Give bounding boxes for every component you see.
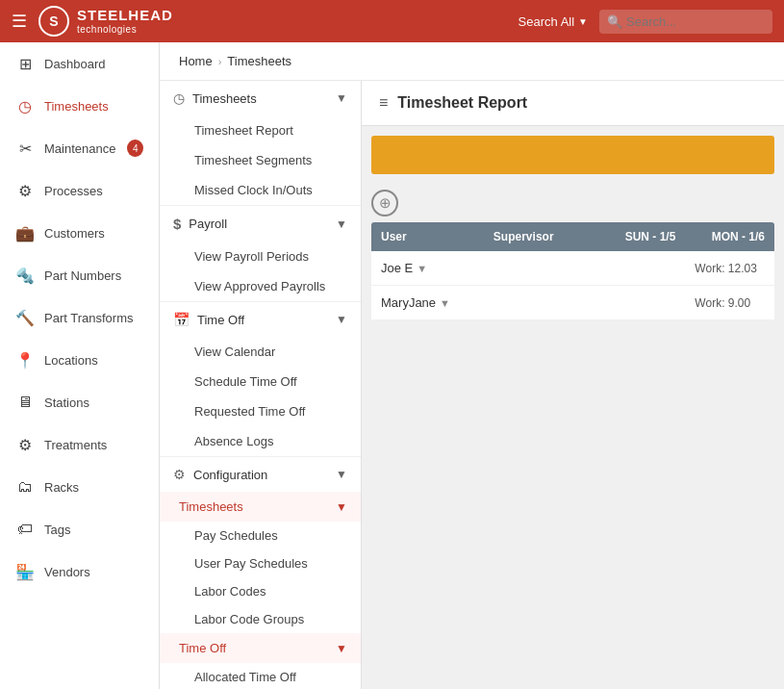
menu-item-timesheet-segments[interactable]: Timesheet Segments — [160, 145, 361, 175]
report-title: Timesheet Report — [397, 94, 527, 112]
config-item-pay-schedules[interactable]: Pay Schedules — [160, 522, 361, 549]
config-item-labor-codes[interactable]: Labor Codes — [160, 577, 361, 605]
menu-section-header-payroll[interactable]: $ Payroll ▼ — [160, 206, 361, 242]
add-row-button[interactable]: ⊕ — [371, 190, 398, 217]
report-table: User Supervisor SUN - 1/5 MON - 1/6 Joe … — [371, 222, 774, 320]
menu-item-schedule-time-off[interactable]: Schedule Time Off — [160, 367, 361, 396]
menu-item-view-calendar[interactable]: View Calendar — [160, 337, 361, 367]
locations-icon: 📍 — [15, 350, 35, 370]
config-item-labor-code-groups[interactable]: Labor Code Groups — [160, 605, 361, 633]
menu-item-absence-logs[interactable]: Absence Logs — [160, 426, 361, 456]
search-all-button[interactable]: Search All ▼ — [518, 14, 588, 29]
sidebar-item-label: Timesheets — [44, 99, 109, 114]
menu-item-missed-clock[interactable]: Missed Clock In/Outs — [160, 175, 361, 205]
menu-item-view-approved-payrolls[interactable]: View Approved Payrolls — [160, 271, 361, 301]
config-timesheets-label: Timesheets — [179, 499, 243, 514]
sidebar-item-vendors[interactable]: 🏪 Vendors — [0, 550, 159, 593]
cell-user-maryjane: MaryJane ▼ — [371, 286, 484, 319]
sidebar-item-racks[interactable]: 🗂 Racks — [0, 466, 159, 508]
logo: S STEELHEAD technologies — [38, 6, 173, 37]
sidebar-item-treatments[interactable]: ⚙ Treatments — [0, 423, 159, 466]
sidebar-item-dashboard[interactable]: ⊞ Dashboard — [0, 42, 159, 85]
report-header: ≡ Timesheet Report — [362, 81, 784, 126]
timesheets-section-icon: ◷ — [173, 90, 185, 106]
part-transforms-icon: 🔨 — [15, 308, 35, 327]
config-time-off-label: Time Off — [179, 641, 226, 655]
menu-item-timesheet-report[interactable]: Timesheet Report — [160, 115, 361, 145]
sidebar-item-label: Treatments — [44, 438, 107, 452]
menu-icon[interactable]: ☰ — [12, 11, 27, 32]
config-subsection-header-time-off[interactable]: Time Off ▼ — [160, 633, 361, 663]
sidebar-item-maintenance[interactable]: ✂ Maintenance 4 — [0, 127, 159, 169]
col-header-mon: MON - 1/6 — [685, 222, 774, 251]
search-wrapper: 🔍 — [599, 10, 772, 34]
col-header-sun: SUN - 1/5 — [596, 222, 686, 251]
payroll-section-arrow-icon: ▼ — [336, 217, 347, 231]
tags-icon: 🏷 — [15, 520, 35, 539]
sidebar-item-part-transforms[interactable]: 🔨 Part Transforms — [0, 296, 159, 339]
maintenance-badge: 4 — [127, 140, 143, 157]
sidebar-item-timesheets[interactable]: ◷ Timesheets — [0, 85, 159, 127]
right-panel: ≡ Timesheet Report ⊕ User Supervisor SUN… — [362, 81, 784, 689]
logo-text: STEELHEAD technologies — [77, 8, 173, 35]
search-input[interactable] — [599, 10, 772, 34]
row-expand-icon[interactable]: ▼ — [417, 263, 427, 274]
breadcrumb-home[interactable]: Home — [179, 54, 213, 68]
report-add-row: ⊕ — [362, 184, 784, 222]
time-off-section-label: Time Off — [197, 313, 244, 327]
sidebar-item-processes[interactable]: ⚙ Processes — [0, 169, 159, 212]
processes-icon: ⚙ — [15, 181, 35, 200]
sidebar-item-label: Maintenance — [44, 141, 115, 156]
vendors-icon: 🏪 — [15, 562, 35, 581]
menu-section-header-timesheets[interactable]: ◷ Timesheets ▼ — [160, 81, 361, 115]
config-timesheets-arrow-icon: ▼ — [336, 500, 347, 514]
menu-section-configuration: ⚙ Configuration ▼ Timesheets ▼ Pay Sched… — [160, 457, 361, 689]
menu-section-payroll: $ Payroll ▼ View Payroll Periods View Ap… — [160, 206, 361, 302]
sidebar-item-label: Processes — [44, 184, 103, 198]
breadcrumb-chevron-icon: › — [218, 56, 222, 67]
config-item-user-pay-schedules[interactable]: User Pay Schedules — [160, 549, 361, 577]
sidebar-item-tags[interactable]: 🏷 Tags — [0, 508, 159, 550]
inner-layout: ◷ Timesheets ▼ Timesheet Report Timeshee… — [160, 81, 784, 689]
breadcrumb: Home › Timesheets — [160, 42, 784, 81]
cell-sun-maryjane — [596, 293, 686, 313]
sidebar: ⊞ Dashboard ◷ Timesheets ✂ Maintenance 4… — [0, 42, 160, 689]
maintenance-icon: ✂ — [15, 139, 35, 158]
content-area: Home › Timesheets ◷ Timesheets ▼ Timeshe… — [160, 42, 784, 689]
cell-sun-joe — [596, 259, 686, 278]
menu-item-requested-time-off[interactable]: Requested Time Off — [160, 396, 361, 426]
sidebar-item-label: Part Numbers — [44, 268, 121, 283]
sidebar-item-locations[interactable]: 📍 Locations — [0, 339, 159, 381]
stations-icon: 🖥 — [15, 393, 35, 412]
timesheets-icon: ◷ — [15, 96, 35, 115]
menu-section-time-off: 📅 Time Off ▼ View Calendar Schedule Time… — [160, 302, 361, 457]
row-expand-icon[interactable]: ▼ — [440, 297, 450, 309]
sidebar-item-label: Tags — [44, 523, 70, 537]
sidebar-item-label: Locations — [44, 353, 98, 368]
sidebar-item-customers[interactable]: 💼 Customers — [0, 212, 159, 254]
report-menu-icon[interactable]: ≡ — [379, 94, 388, 112]
cell-mon-maryjane: Work: 9.00 — [685, 287, 774, 319]
treatments-icon: ⚙ — [15, 435, 35, 454]
menu-section-header-configuration[interactable]: ⚙ Configuration ▼ — [160, 457, 361, 492]
sidebar-item-label: Stations — [44, 396, 89, 410]
payroll-section-label: Payroll — [189, 217, 227, 231]
cell-user-joe: Joe E ▼ — [371, 251, 484, 285]
report-content: ⊕ User Supervisor SUN - 1/5 MON - 1/6 Jo… — [362, 126, 784, 408]
sidebar-item-part-numbers[interactable]: 🔩 Part Numbers — [0, 254, 159, 296]
payroll-section-icon: $ — [173, 216, 181, 232]
report-spacer — [362, 408, 784, 690]
sidebar-item-label: Part Transforms — [44, 311, 133, 325]
config-subsection-header-timesheets[interactable]: Timesheets ▼ — [160, 492, 361, 522]
config-subsection-time-off: Time Off ▼ Allocated Time Off Allocation… — [160, 633, 361, 689]
report-banner — [371, 136, 774, 174]
config-item-allocated-time-off[interactable]: Allocated Time Off — [160, 663, 361, 689]
menu-item-view-payroll-periods[interactable]: View Payroll Periods — [160, 242, 361, 271]
time-off-section-icon: 📅 — [173, 312, 190, 327]
cell-supervisor-maryjane — [484, 293, 596, 313]
configuration-section-arrow-icon: ▼ — [336, 468, 347, 481]
menu-section-header-time-off[interactable]: 📅 Time Off ▼ — [160, 302, 361, 337]
timesheets-section-label: Timesheets — [192, 91, 257, 106]
table-row: Joe E ▼ Work: 12.03 — [371, 251, 774, 286]
sidebar-item-stations[interactable]: 🖥 Stations — [0, 381, 159, 423]
